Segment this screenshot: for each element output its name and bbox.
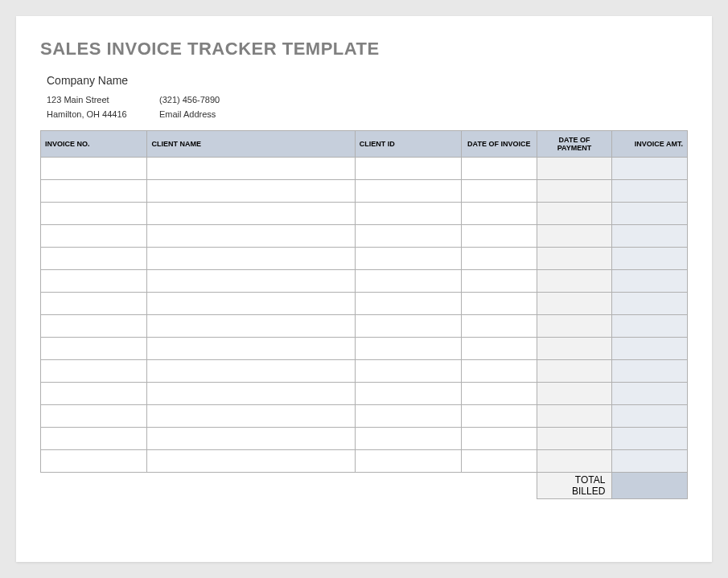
cell-invoice_no[interactable] — [41, 338, 147, 360]
cell-client_name[interactable] — [147, 270, 355, 293]
cell-client_id[interactable] — [355, 270, 461, 293]
cell-invoice_no[interactable] — [41, 383, 147, 405]
header-date-payment: DATE OF PAYMENT — [537, 131, 612, 158]
cell-invoice_amt[interactable] — [612, 360, 688, 383]
cell-date_payment[interactable] — [537, 450, 612, 473]
cell-invoice_amt[interactable] — [612, 405, 688, 428]
cell-invoice_amt[interactable] — [612, 315, 688, 338]
cell-date_payment[interactable] — [537, 293, 612, 315]
cell-invoice_amt[interactable] — [612, 180, 688, 203]
cell-date_invoice[interactable] — [462, 203, 537, 225]
table-row — [41, 158, 688, 180]
cell-date_invoice[interactable] — [462, 248, 537, 270]
table-row — [41, 450, 688, 473]
cell-client_name[interactable] — [147, 360, 355, 383]
cell-date_payment[interactable] — [537, 270, 612, 293]
cell-client_id[interactable] — [355, 360, 461, 383]
cell-date_invoice[interactable] — [462, 293, 537, 315]
cell-date_invoice[interactable] — [462, 158, 537, 180]
cell-invoice_no[interactable] — [41, 450, 147, 473]
cell-client_id[interactable] — [355, 180, 461, 203]
total-billed-value — [612, 473, 688, 499]
cell-date_payment[interactable] — [537, 203, 612, 225]
cell-date_payment[interactable] — [537, 315, 612, 338]
cell-invoice_amt[interactable] — [612, 225, 688, 248]
header-invoice-amt: INVOICE AMT. — [612, 131, 688, 158]
cell-client_name[interactable] — [147, 405, 355, 428]
cell-date_invoice[interactable] — [462, 225, 537, 248]
cell-client_id[interactable] — [355, 338, 461, 360]
page-title: SALES INVOICE TRACKER TEMPLATE — [40, 39, 688, 59]
table-row — [41, 360, 688, 383]
cell-client_id[interactable] — [355, 225, 461, 248]
cell-client_name[interactable] — [147, 338, 355, 360]
cell-date_payment[interactable] — [537, 180, 612, 203]
table-row — [41, 405, 688, 428]
cell-client_id[interactable] — [355, 293, 461, 315]
cell-client_id[interactable] — [355, 248, 461, 270]
cell-invoice_no[interactable] — [41, 270, 147, 293]
cell-invoice_amt[interactable] — [612, 428, 688, 450]
table-row — [41, 180, 688, 203]
cell-date_invoice[interactable] — [462, 360, 537, 383]
cell-date_invoice[interactable] — [462, 383, 537, 405]
table-row — [41, 428, 688, 450]
cell-client_id[interactable] — [355, 315, 461, 338]
cell-date_payment[interactable] — [537, 225, 612, 248]
cell-date_invoice[interactable] — [462, 428, 537, 450]
cell-client_name[interactable] — [147, 180, 355, 203]
cell-invoice_no[interactable] — [41, 248, 147, 270]
cell-invoice_amt[interactable] — [612, 158, 688, 180]
cell-invoice_amt[interactable] — [612, 383, 688, 405]
cell-invoice_no[interactable] — [41, 180, 147, 203]
cell-client_name[interactable] — [147, 293, 355, 315]
cell-date_payment[interactable] — [537, 383, 612, 405]
cell-date_invoice[interactable] — [462, 338, 537, 360]
table-row — [41, 383, 688, 405]
cell-invoice_amt[interactable] — [612, 270, 688, 293]
cell-invoice_amt[interactable] — [612, 203, 688, 225]
cell-date_payment[interactable] — [537, 405, 612, 428]
cell-invoice_no[interactable] — [41, 158, 147, 180]
cell-invoice_no[interactable] — [41, 405, 147, 428]
cell-invoice_amt[interactable] — [612, 338, 688, 360]
cell-client_name[interactable] — [147, 203, 355, 225]
cell-date_invoice[interactable] — [462, 180, 537, 203]
cell-client_name[interactable] — [147, 225, 355, 248]
cell-date_invoice[interactable] — [462, 450, 537, 473]
table-row — [41, 338, 688, 360]
cell-client_id[interactable] — [355, 405, 461, 428]
cell-date_payment[interactable] — [537, 158, 612, 180]
cell-date_payment[interactable] — [537, 428, 612, 450]
cell-date_payment[interactable] — [537, 338, 612, 360]
cell-client_name[interactable] — [147, 158, 355, 180]
cell-client_id[interactable] — [355, 383, 461, 405]
cell-invoice_no[interactable] — [41, 315, 147, 338]
cell-invoice_no[interactable] — [41, 225, 147, 248]
invoice-table: INVOICE NO. CLIENT NAME CLIENT ID DATE O… — [40, 130, 688, 499]
cell-client_id[interactable] — [355, 428, 461, 450]
cell-date_payment[interactable] — [537, 360, 612, 383]
cell-client_name[interactable] — [147, 450, 355, 473]
cell-client_name[interactable] — [147, 383, 355, 405]
cell-client_name[interactable] — [147, 315, 355, 338]
cell-invoice_amt[interactable] — [612, 293, 688, 315]
cell-date_invoice[interactable] — [462, 270, 537, 293]
cell-invoice_no[interactable] — [41, 428, 147, 450]
cell-client_id[interactable] — [355, 158, 461, 180]
cell-invoice_no[interactable] — [41, 203, 147, 225]
table-row — [41, 315, 688, 338]
cell-client_id[interactable] — [355, 203, 461, 225]
info-row-1: 123 Main Street (321) 456-7890 — [47, 95, 688, 105]
cell-date_invoice[interactable] — [462, 405, 537, 428]
cell-client_id[interactable] — [355, 450, 461, 473]
cell-invoice_amt[interactable] — [612, 248, 688, 270]
cell-client_name[interactable] — [147, 248, 355, 270]
cell-invoice_no[interactable] — [41, 293, 147, 315]
cell-invoice_amt[interactable] — [612, 450, 688, 473]
cell-date_invoice[interactable] — [462, 315, 537, 338]
table-header-row: INVOICE NO. CLIENT NAME CLIENT ID DATE O… — [41, 131, 688, 158]
cell-date_payment[interactable] — [537, 248, 612, 270]
cell-invoice_no[interactable] — [41, 360, 147, 383]
cell-client_name[interactable] — [147, 428, 355, 450]
